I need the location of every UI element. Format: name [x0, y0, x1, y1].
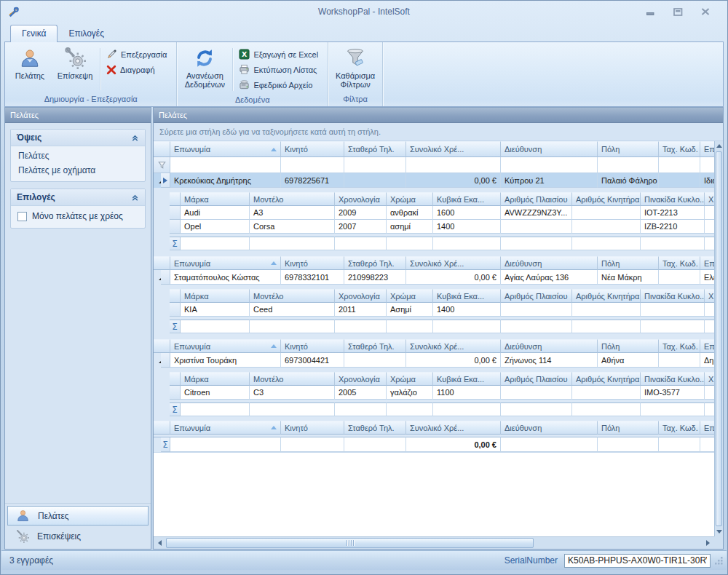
cell-mobile[interactable]: 6978332101	[281, 270, 344, 285]
detail-column-model[interactable]: Μοντέλο	[250, 289, 335, 303]
cell-city[interactable]: Παλαιό Φάληρο	[598, 173, 659, 188]
cell-zip[interactable]	[659, 173, 700, 188]
detail-column-color[interactable]: Χρώμα	[387, 372, 433, 386]
cell-plate[interactable]: IZB-2210	[641, 220, 705, 234]
cell-engine[interactable]	[572, 303, 641, 317]
column-header-debt[interactable]: Συνολικό Χρέ...	[406, 339, 501, 353]
scroll-down-button[interactable]	[715, 527, 723, 536]
detail-column-year[interactable]: Χρονολογία	[335, 289, 387, 303]
detail-column-color[interactable]: Χρώμα	[387, 192, 433, 206]
filter-cell[interactable]	[406, 157, 501, 173]
column-header-profession[interactable]: Επα	[700, 256, 714, 270]
cell-phone[interactable]	[344, 353, 406, 368]
cell-color[interactable]: γαλάζιο	[387, 386, 433, 400]
delete-button[interactable]: Διαγραφή	[104, 62, 173, 77]
column-header-profession[interactable]: Επα	[700, 421, 714, 435]
filter-cell[interactable]	[700, 157, 714, 173]
column-header-address[interactable]: Διεύθυνση	[501, 421, 598, 435]
cell-phone[interactable]: 210998223	[344, 270, 406, 285]
cell-model[interactable]: C3	[250, 386, 335, 400]
cell-address[interactable]: Αγίας Λαύρας 136	[501, 270, 598, 285]
tab-options[interactable]: Επιλογές	[58, 25, 115, 42]
minimize-button[interactable]	[644, 7, 656, 17]
column-header-debt[interactable]: Συνολικό Χρέ...	[406, 421, 501, 435]
column-header-address[interactable]: Διεύθυνση	[501, 256, 598, 270]
cell-color[interactable]: Ασημί	[387, 303, 433, 317]
cell-vin[interactable]: AVWZZZ9NZ3Y...	[501, 206, 572, 220]
horizontal-scroll-track[interactable]	[534, 537, 702, 549]
detail-column-year[interactable]: Χρονολογία	[335, 192, 387, 206]
filter-cell[interactable]	[659, 157, 700, 173]
column-header-profession[interactable]: Επα	[700, 141, 714, 157]
cell-brand[interactable]: Audi	[181, 206, 250, 220]
cell-mobile[interactable]: 6978225671	[281, 173, 344, 188]
backup-file-button[interactable]: Εφεδρικό Αρχείο	[237, 77, 324, 92]
cell-profession[interactable]: Ελε	[700, 270, 714, 285]
filter-cell[interactable]	[598, 157, 659, 173]
column-header-name[interactable]: Επωνυμία	[170, 421, 281, 435]
tab-general[interactable]: Γενικά	[10, 25, 58, 42]
cell-debt[interactable]: 0,00 €	[406, 173, 501, 188]
scroll-right-button[interactable]	[702, 537, 714, 549]
cell-color[interactable]: ασημί	[387, 220, 433, 234]
detail-column-cc[interactable]: Κυβικά Εκα...	[433, 192, 501, 206]
vertical-scroll-thumb[interactable]	[716, 151, 722, 526]
detail-column-extra[interactable]: Χ	[705, 192, 714, 206]
column-header-zip[interactable]: Ταχ. Κωδ.	[659, 339, 700, 353]
cell-profession[interactable]: Ιδιω	[700, 173, 714, 188]
column-header-zip[interactable]: Ταχ. Κωδ.	[659, 141, 700, 157]
column-header-phone[interactable]: Σταθερό Τηλ.	[344, 339, 406, 353]
scroll-up-button[interactable]	[715, 141, 723, 151]
vertical-scrollbar[interactable]	[714, 141, 723, 536]
cell-zip[interactable]	[659, 270, 700, 285]
cell-cc[interactable]: 1400	[433, 303, 501, 317]
detail-column-year[interactable]: Χρονολογία	[335, 372, 387, 386]
cell-color[interactable]: ανθρακί	[387, 206, 433, 220]
cell-extra[interactable]	[705, 220, 714, 234]
expand-cell[interactable]	[154, 270, 161, 285]
expand-cell[interactable]	[154, 173, 161, 188]
column-header-zip[interactable]: Ταχ. Κωδ.	[659, 256, 700, 270]
cell-address[interactable]: Κύπρου 21	[501, 173, 598, 188]
edit-button[interactable]: Επεξεργασία	[104, 47, 173, 62]
cell-model[interactable]: A3	[250, 206, 335, 220]
detail-column-plate[interactable]: Πινακίδα Κυκλο...	[641, 372, 705, 386]
column-header-city[interactable]: Πόλη	[598, 339, 659, 353]
views-group-header[interactable]: Όψεις	[11, 130, 145, 146]
cell-mobile[interactable]: 6973004421	[281, 353, 344, 368]
cell-model[interactable]: Ceed	[250, 303, 335, 317]
cell-name[interactable]: Χριστίνα Τουράκη	[170, 353, 281, 368]
cell-year[interactable]: 2007	[335, 220, 387, 234]
maximize-button[interactable]	[672, 7, 684, 17]
collapse-chevron-icon[interactable]	[131, 134, 139, 142]
cell-cc[interactable]: 1600	[433, 206, 501, 220]
filter-cell[interactable]	[501, 157, 598, 173]
column-header-address[interactable]: Διεύθυνση	[501, 339, 598, 353]
detail-column-vin[interactable]: Αριθμός Πλαισίου	[501, 289, 572, 303]
cell-year[interactable]: 2009	[335, 206, 387, 220]
column-header-city[interactable]: Πόλη	[598, 421, 659, 435]
cell-extra[interactable]	[705, 303, 714, 317]
expand-cell[interactable]	[154, 353, 161, 368]
filter-cell[interactable]	[344, 157, 406, 173]
detail-column-brand[interactable]: Μάρκα	[181, 372, 250, 386]
cell-vin[interactable]	[501, 386, 572, 400]
cell-vin[interactable]	[501, 220, 572, 234]
cell-profession[interactable]: Δημ	[700, 353, 714, 368]
options-group-header[interactable]: Επιλογές	[11, 189, 145, 206]
column-header-zip[interactable]: Ταχ. Κωδ.	[659, 421, 700, 435]
column-header-mobile[interactable]: Κινητό	[281, 141, 344, 157]
cell-debt[interactable]: 0,00 €	[406, 270, 501, 285]
detail-column-extra[interactable]: Χ	[705, 372, 714, 386]
cell-engine[interactable]	[572, 220, 641, 234]
cell-city[interactable]: Νέα Μάκρη	[598, 270, 659, 285]
visit-button[interactable]: Επίσκεψη	[52, 44, 98, 94]
cell-brand[interactable]: KIA	[181, 303, 250, 317]
debt-only-checkbox[interactable]	[17, 212, 27, 221]
column-header-mobile[interactable]: Κινητό	[281, 339, 344, 353]
column-header-name[interactable]: Επωνυμία	[170, 339, 281, 353]
column-header-phone[interactable]: Σταθερό Τηλ.	[344, 421, 406, 435]
column-header-city[interactable]: Πόλη	[598, 256, 659, 270]
cell-cc[interactable]: 1100	[433, 386, 501, 400]
detail-column-engine[interactable]: Αριθμός Κινητήρα	[572, 372, 641, 386]
